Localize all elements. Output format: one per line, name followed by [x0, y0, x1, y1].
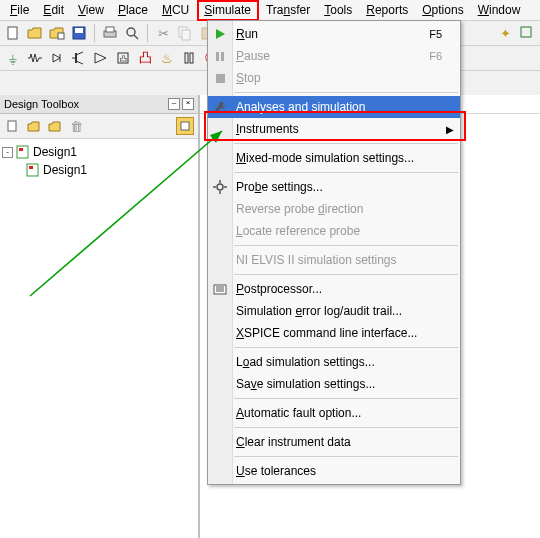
- svg-rect-35: [221, 52, 224, 61]
- dt-open-icon[interactable]: [25, 117, 43, 135]
- menu-window[interactable]: Window: [472, 1, 527, 19]
- dt-refresh-icon[interactable]: [176, 117, 194, 135]
- gear-icon: [212, 179, 228, 195]
- menu-item[interactable]: Analyses and simulation: [208, 96, 460, 118]
- menu-item-label: Stop: [236, 71, 442, 85]
- blank-icon: [212, 434, 228, 450]
- cut-icon[interactable]: ✂: [154, 24, 172, 42]
- dt-new-icon[interactable]: [4, 117, 22, 135]
- menu-item: Reverse probe direction: [208, 198, 460, 220]
- svg-rect-0: [8, 27, 17, 39]
- menu-item[interactable]: Probe settings...: [208, 176, 460, 198]
- dt-open2-icon[interactable]: [46, 117, 64, 135]
- save-icon[interactable]: [70, 24, 88, 42]
- menu-item[interactable]: Load simulation settings...: [208, 351, 460, 373]
- svg-rect-31: [27, 164, 38, 176]
- menubar: File Edit View Place MCU Simulate Transf…: [0, 0, 540, 20]
- svg-rect-11: [182, 30, 190, 40]
- menu-tools[interactable]: Tools: [318, 1, 358, 19]
- tree-row-design-child[interactable]: Design1: [2, 161, 196, 179]
- menu-item-label: Analyses and simulation: [236, 100, 442, 114]
- menu-item[interactable]: RunF5: [208, 23, 460, 45]
- menu-item-label: Pause: [236, 49, 429, 63]
- menu-options[interactable]: Options: [416, 1, 469, 19]
- menu-item[interactable]: Save simulation settings...: [208, 373, 460, 395]
- design-file-icon: [16, 145, 30, 159]
- menu-item-label: Use tolerances: [236, 464, 442, 478]
- postproc-icon: [212, 281, 228, 297]
- menu-item[interactable]: Use tolerances: [208, 460, 460, 482]
- blank-icon: [212, 303, 228, 319]
- dropdown-separator: [234, 398, 458, 399]
- menu-item-label: Automatic fault option...: [236, 406, 442, 420]
- dropdown-separator: [234, 347, 458, 348]
- dropdown-separator: [234, 245, 458, 246]
- ic-icon[interactable]: 凸: [114, 49, 132, 67]
- svg-line-9: [134, 35, 138, 39]
- svg-rect-30: [19, 148, 23, 151]
- tree-label: Design1: [33, 145, 77, 159]
- opamp-icon[interactable]: [92, 49, 110, 67]
- copy-icon[interactable]: [176, 24, 194, 42]
- menu-edit[interactable]: Edit: [37, 1, 70, 19]
- menu-view[interactable]: View: [72, 1, 110, 19]
- menu-item[interactable]: Postprocessor...: [208, 278, 460, 300]
- svg-rect-36: [216, 74, 225, 83]
- menu-item[interactable]: Simulation error log/audit trail...: [208, 300, 460, 322]
- misc-tool2-icon[interactable]: [518, 24, 536, 42]
- dropdown-separator: [234, 92, 458, 93]
- menu-item: Stop: [208, 67, 460, 89]
- menu-item-label: Mixed-mode simulation settings...: [236, 151, 442, 165]
- misc-icon[interactable]: ♨: [158, 49, 176, 67]
- resistor-icon[interactable]: [26, 49, 44, 67]
- menu-reports[interactable]: Reports: [360, 1, 414, 19]
- menu-item-shortcut: F5: [429, 28, 442, 40]
- dt-delete-icon[interactable]: 🗑: [67, 117, 85, 135]
- blank-icon: [212, 405, 228, 421]
- comp-icon[interactable]: 凸: [136, 49, 154, 67]
- menu-simulate[interactable]: Simulate: [197, 0, 258, 20]
- svg-marker-14: [53, 54, 60, 62]
- panel-close-icon[interactable]: ×: [182, 98, 194, 110]
- new-file-icon[interactable]: [4, 24, 22, 42]
- preview-icon[interactable]: [123, 24, 141, 42]
- transistor-icon[interactable]: [70, 49, 88, 67]
- svg-line-18: [76, 52, 83, 55]
- open-folder-icon[interactable]: [26, 24, 44, 42]
- menu-item[interactable]: Automatic fault option...: [208, 402, 460, 424]
- dropdown-separator: [234, 274, 458, 275]
- svg-marker-1: [28, 28, 41, 38]
- menu-item-label: Reverse probe direction: [236, 202, 442, 216]
- menu-item-label: Save simulation settings...: [236, 377, 442, 391]
- submenu-arrow-icon: ▶: [446, 124, 454, 135]
- print-icon[interactable]: [101, 24, 119, 42]
- pause-grey-icon: [212, 48, 228, 64]
- dropdown-separator: [234, 427, 458, 428]
- menu-item-label: Load simulation settings...: [236, 355, 442, 369]
- tree-row-design-root[interactable]: - Design1: [2, 143, 196, 161]
- open2-icon[interactable]: [48, 24, 66, 42]
- panel-pin-icon[interactable]: –: [168, 98, 180, 110]
- blank-icon: [212, 121, 228, 137]
- misc-tool-icon[interactable]: ✦: [496, 24, 514, 42]
- toolbar-separator: [94, 24, 95, 42]
- blank-icon: [212, 223, 228, 239]
- menu-mcu[interactable]: MCU: [156, 1, 195, 19]
- schematic-file-icon: [26, 163, 40, 177]
- menu-item[interactable]: XSPICE command line interface...: [208, 322, 460, 344]
- svg-marker-27: [49, 122, 60, 131]
- menu-item[interactable]: Mixed-mode simulation settings...: [208, 147, 460, 169]
- menu-item[interactable]: Clear instrument data: [208, 431, 460, 453]
- svg-marker-20: [95, 53, 106, 63]
- connector-icon[interactable]: [180, 49, 198, 67]
- menu-place[interactable]: Place: [112, 1, 154, 19]
- diode-icon[interactable]: [48, 49, 66, 67]
- menu-transfer[interactable]: Transfer: [260, 1, 316, 19]
- design-tree[interactable]: - Design1 Design1: [0, 139, 198, 538]
- expander-icon[interactable]: -: [2, 147, 13, 158]
- blank-icon: [212, 354, 228, 370]
- ground-icon[interactable]: ⏚: [4, 49, 22, 67]
- menu-file[interactable]: File: [4, 1, 35, 19]
- svg-rect-7: [106, 27, 114, 32]
- menu-item[interactable]: Instruments▶: [208, 118, 460, 140]
